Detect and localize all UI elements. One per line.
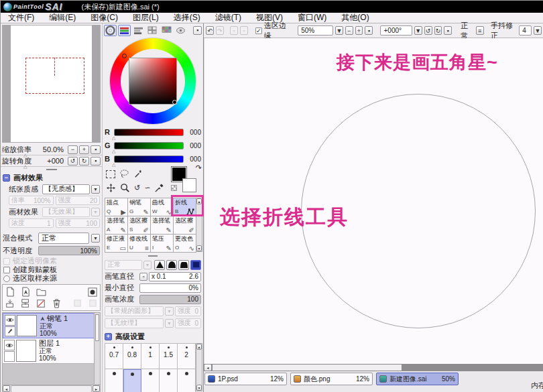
doc-tab-new-image-sai[interactable]: 新建图像.sai 50% [376, 373, 459, 385]
menu-selection[interactable]: 选择(S) [166, 12, 208, 23]
layer-paint-mark-icon[interactable] [5, 326, 15, 337]
blend-mode-dropdown-icon[interactable]: ▼ [91, 234, 100, 243]
scroll-down-icon[interactable]: ▼ [196, 245, 202, 251]
canvas-rotate-ccw-button[interactable]: ↺ [424, 26, 432, 35]
canvas-viewport[interactable]: 接下来是画五角星~ 选择折线工具 [204, 38, 543, 364]
layer-mask-icon[interactable] [87, 287, 98, 297]
clear-layer-icon[interactable] [36, 298, 46, 308]
undo-button[interactable]: ↶ [206, 26, 214, 35]
menu-file[interactable]: 文件(F) [1, 12, 42, 23]
scroll-up-icon[interactable]: ▲ [196, 198, 202, 204]
zoom-out-button[interactable]: − [68, 145, 78, 154]
brush-size-row2-1[interactable] [105, 369, 123, 392]
selection-source-radio[interactable] [3, 275, 10, 282]
tool-select-eraser-2[interactable]: 选区擦 ✐ [174, 216, 196, 235]
scroll-left-icon[interactable]: ◂ [3, 385, 10, 392]
red-slider[interactable] [114, 129, 184, 136]
rotate-cw-button[interactable]: ↻ [79, 157, 89, 166]
layer-visibility-eye-icon[interactable] [4, 340, 15, 350]
green-slider[interactable] [114, 142, 184, 149]
canvas-zoom-in-button[interactable]: + [355, 26, 363, 35]
zoom-in-button[interactable]: + [79, 145, 89, 154]
hue-marker[interactable] [122, 54, 127, 58]
delete-layer-icon[interactable] [51, 298, 62, 308]
move-tool-icon[interactable] [106, 183, 116, 193]
brush-size-1.5[interactable]: 1.5 [160, 344, 178, 369]
layer-list-vertical-scrollbar[interactable] [94, 313, 100, 384]
color-wheel-tab-icon[interactable] [104, 25, 117, 36]
blue-slider[interactable] [114, 155, 184, 163]
doc-tab-color-png[interactable]: 颜色.png 12% [290, 373, 373, 385]
rect-select-icon[interactable] [106, 170, 115, 178]
brush-size-0.7[interactable]: 0.7 [105, 344, 123, 369]
selection-edge-checkbox[interactable]: ✓ [255, 27, 262, 34]
canvas-zoom-dropdown-icon[interactable]: ▼ [335, 26, 343, 35]
color-wheel[interactable] [103, 37, 203, 125]
menu-filter[interactable]: 滤镜(T) [208, 12, 249, 23]
layer-visibility-eye-icon[interactable] [5, 315, 15, 326]
swatches-tab-icon[interactable] [160, 25, 173, 36]
canvas-rotate-reset-button[interactable]: ▪ [444, 26, 452, 35]
rotate-view-icon[interactable]: ↺ [134, 184, 140, 192]
navigator-preview[interactable] [2, 25, 101, 143]
sv-marker[interactable] [172, 100, 177, 105]
brush-edge-hard-icon[interactable] [154, 260, 165, 270]
advanced-settings-header[interactable]: + 高级设置 [103, 331, 203, 342]
tool-correction-fluid[interactable]: 修正液 E ▭ [105, 235, 128, 253]
lasso-icon[interactable] [119, 169, 129, 179]
stabilizer-dropdown-icon[interactable]: ▼ [534, 26, 542, 35]
scroll-left-icon[interactable]: ◂ [204, 364, 212, 371]
expand-plus-icon[interactable]: + [105, 333, 112, 340]
layer-row-pen1[interactable]: 钢笔 1 正常 100% [3, 313, 100, 338]
brush-size-1[interactable]: 1 [141, 344, 160, 369]
paper-texture-dropdown-icon[interactable]: ▼ [91, 185, 100, 194]
brush-size-2[interactable]: 2 [178, 344, 196, 369]
navigator-view-frame[interactable] [25, 58, 84, 94]
new-linework-layer-icon[interactable] [20, 287, 31, 297]
tool-select-eraser[interactable]: 选区擦 S ✐ [128, 216, 151, 235]
rotate-reset-button[interactable]: ▪ [90, 157, 101, 166]
background-color-swatch[interactable] [182, 178, 196, 192]
doc-tab-1p-psd[interactable]: 1P.psd 12% [204, 373, 287, 385]
brush-edge-flat-icon[interactable] [178, 260, 189, 270]
zoom-tool-icon[interactable] [120, 183, 130, 193]
collapse-minus-icon[interactable]: − [3, 174, 10, 182]
canvas-zoom-reset-button[interactable]: ▪ [365, 26, 373, 35]
menu-canvas[interactable]: 图像(C) [83, 12, 125, 23]
brush-size-row2-4[interactable] [160, 369, 178, 392]
menu-others[interactable]: 其他(O) [334, 12, 376, 23]
canvas-angle-dropdown-icon[interactable]: ▼ [414, 26, 422, 35]
canvas-angle-field[interactable]: +000° [380, 25, 412, 36]
tool-edit-point[interactable]: 描点 Q ▶ [105, 198, 128, 216]
tool-select-pen-2[interactable]: 选择笔 ✎ [151, 216, 174, 235]
tool-pressure[interactable]: 笔压 I ✎ [151, 235, 174, 253]
canvas-zoom-field[interactable]: 50% [298, 25, 333, 36]
color-mixer-tab-icon[interactable] [146, 25, 159, 36]
tool-select-pen[interactable]: 选择笔 A ✎ [105, 216, 128, 235]
menu-window[interactable]: 窗口(W) [290, 12, 334, 23]
scroll-right-icon[interactable]: ▸ [93, 385, 100, 392]
brush-size-row2-5[interactable] [178, 369, 196, 392]
scrollbar-thumb[interactable] [212, 364, 402, 371]
panel-options-button[interactable]: ▪ [193, 26, 202, 35]
tool-change-color[interactable]: 更改色 O ∿ [174, 235, 196, 253]
zoom-reset-button[interactable]: ▪ [90, 145, 101, 154]
brush-edge-round-icon[interactable] [166, 260, 177, 270]
blend-mode-select[interactable]: 正常 [38, 233, 89, 244]
magic-wand-icon[interactable] [133, 169, 143, 179]
rotate-ccw-button[interactable]: ↺ [68, 157, 78, 166]
brush-diameter-field[interactable]: x 0.1 2.6 [149, 272, 201, 281]
canvas-zoom-out-button[interactable]: − [345, 26, 353, 35]
tool-edit-line[interactable]: 修改线 U ≡ [128, 235, 151, 253]
rgb-sliders-tab-icon[interactable] [118, 25, 131, 36]
tool-curve[interactable]: 曲线 W ∿ [151, 198, 174, 216]
rotate-slider-marker[interactable]: △ [23, 165, 27, 169]
clip-mask-checkbox[interactable] [3, 267, 10, 273]
merge-down-icon[interactable] [20, 298, 31, 308]
layer-list-horizontal-scrollbar[interactable]: ◂ ▸ [3, 385, 100, 392]
layer-thumbnail[interactable] [17, 315, 37, 336]
view-mode-button[interactable]: ≡ [476, 26, 484, 35]
hsv-sliders-tab-icon[interactable] [132, 25, 145, 36]
scroll-down-icon[interactable]: ▼ [196, 385, 202, 391]
diameter-unit-button[interactable]: ▫ [139, 273, 147, 281]
